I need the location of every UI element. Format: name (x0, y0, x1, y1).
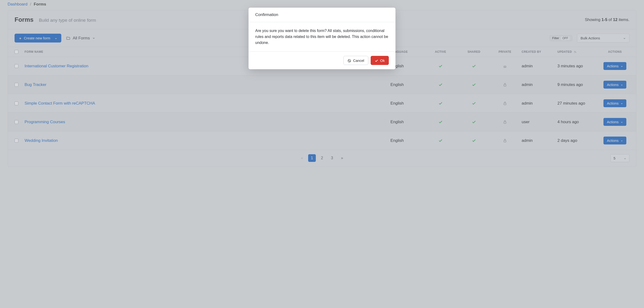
ok-button[interactable]: Ok (371, 56, 389, 65)
modal-title: Confirmation (248, 8, 396, 22)
cancel-button[interactable]: Cancel (344, 56, 368, 65)
modal-overlay[interactable]: Confirmation Are you sure you want to de… (0, 0, 644, 181)
ok-label: Ok (380, 59, 385, 63)
cancel-icon (348, 58, 351, 63)
svg-line-12 (348, 60, 350, 62)
modal-footer: Cancel Ok (248, 51, 396, 69)
check-icon (375, 58, 378, 63)
modal-body: Are you sure you want to delete this for… (248, 22, 396, 51)
confirmation-modal: Confirmation Are you sure you want to de… (248, 8, 396, 69)
cancel-label: Cancel (353, 59, 364, 63)
